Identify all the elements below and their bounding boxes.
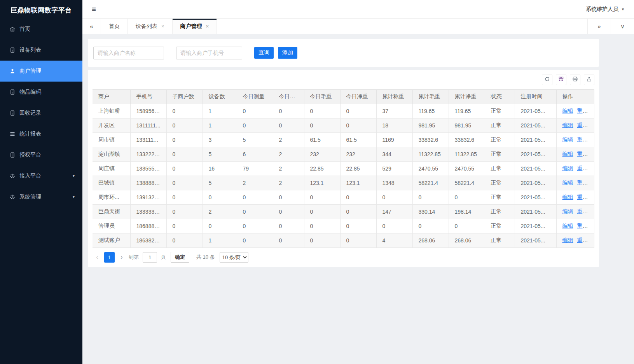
print-button[interactable] (570, 75, 580, 85)
table-cell: 0 (237, 118, 273, 133)
page-size-select[interactable]: 10 条/页 (220, 252, 248, 263)
collapse-menu-icon[interactable]: ≡ (92, 5, 96, 13)
table-body: 上海虹桥1589566...01000037119.65119.65正常2021… (93, 104, 594, 248)
doc-icon (9, 47, 16, 53)
merchant-table: 商户手机号子商户数设备数今日测量今日设...今日毛重今日净重累计称重累计毛重累计… (93, 89, 594, 248)
table-row: 管理员1868888...000000000正常2021-05...编辑重... (93, 219, 594, 233)
tabs-dropdown-icon[interactable]: ∨ (611, 19, 634, 34)
reset-link[interactable]: 重... (577, 223, 587, 229)
merchant-name-input[interactable] (93, 47, 164, 59)
page-next-icon[interactable]: › (117, 254, 126, 261)
table-cell: 2021-05... (515, 219, 556, 233)
actions-cell: 编辑重... (556, 176, 594, 190)
column-header: 今日设... (273, 90, 304, 104)
table-cell: 0 (273, 205, 304, 219)
table-row: 周市环...1391323...000000000正常2021-05...编辑重… (93, 190, 594, 205)
table-row: 巨鼎天衡1333333...020000147330.14198.14正常202… (93, 205, 594, 219)
caret-down-icon: ▼ (621, 7, 625, 11)
edit-link[interactable]: 编辑 (562, 151, 573, 157)
table-cell: 0 (376, 219, 412, 233)
sidebar-item-system-mgmt[interactable]: 系统管理▼ (0, 186, 82, 207)
table-cell: 上海虹桥 (93, 104, 130, 118)
edit-link[interactable]: 编辑 (562, 136, 573, 143)
add-button[interactable]: 添加 (278, 47, 297, 59)
table-cell: 0 (449, 219, 485, 233)
table-cell: 147 (376, 205, 412, 219)
table-cell: 1311111... (130, 118, 166, 133)
table-cell: 0 (166, 176, 203, 190)
sidebar: 巨鼎物联网数字平台 首页设备列表商户管理物品编码回收记录统计报表授权平台接入平台… (0, 0, 82, 364)
sidebar-item-home[interactable]: 首页 (0, 19, 82, 40)
tab-home[interactable]: 首页 (101, 19, 128, 34)
doc-icon (9, 152, 16, 158)
pagination: ‹ 1 › 到第 页 确定 共 10 条 10 条/页 (93, 248, 594, 263)
table-cell: 123.1 (340, 176, 376, 190)
table-cell: 2021-05... (515, 133, 556, 147)
page-number-button[interactable]: 1 (104, 252, 115, 263)
table-cell: 0 (304, 205, 340, 219)
merchant-phone-input[interactable] (176, 47, 242, 59)
edit-link[interactable]: 编辑 (562, 208, 573, 214)
sidebar-item-label: 统计报表 (19, 131, 41, 138)
table-cell: 16 (203, 162, 237, 176)
table-cell: 开发区 (93, 118, 130, 133)
reset-link[interactable]: 重... (577, 165, 587, 171)
tabs-scroll-right-icon[interactable]: » (587, 19, 611, 34)
export-button[interactable] (584, 75, 594, 85)
sidebar-item-label: 接入平台 (19, 172, 41, 179)
columns-button[interactable] (556, 75, 566, 85)
sidebar-item-label: 首页 (19, 26, 30, 33)
goto-confirm-button[interactable]: 确定 (171, 252, 189, 263)
table-cell: 1331111... (130, 133, 166, 147)
table-cell: 正常 (485, 190, 515, 205)
total-count-label: 共 10 条 (196, 254, 215, 261)
refresh-button[interactable] (542, 75, 552, 85)
tab-device-list[interactable]: 设备列表× (128, 19, 173, 34)
column-header: 设备数 (203, 90, 237, 104)
edit-link[interactable]: 编辑 (562, 223, 573, 229)
close-icon[interactable]: × (206, 23, 209, 29)
table-cell: 0 (340, 205, 376, 219)
edit-link[interactable]: 编辑 (562, 108, 573, 114)
close-icon[interactable]: × (161, 23, 164, 29)
tab-merchant-mgmt[interactable]: 商户管理× (173, 19, 217, 34)
column-header: 今日净重 (340, 90, 376, 104)
reset-link[interactable]: 重... (577, 108, 587, 114)
table-cell: 2021-05... (515, 176, 556, 190)
reset-link[interactable]: 重... (577, 122, 587, 128)
query-button[interactable]: 查询 (254, 47, 274, 59)
sidebar-item-label: 设备列表 (19, 47, 41, 54)
reset-link[interactable]: 重... (577, 136, 587, 143)
sidebar-item-device-list[interactable]: 设备列表 (0, 40, 82, 61)
sidebar-item-recycle-record[interactable]: 回收记录 (0, 103, 82, 124)
sidebar-item-stats-report[interactable]: 统计报表 (0, 124, 82, 145)
edit-link[interactable]: 编辑 (562, 179, 573, 186)
edit-link[interactable]: 编辑 (562, 237, 573, 243)
table-cell: 正常 (485, 233, 515, 248)
reset-link[interactable]: 重... (577, 208, 587, 214)
reset-link[interactable]: 重... (577, 237, 587, 243)
sidebar-item-auth-platform[interactable]: 授权平台 (0, 145, 82, 165)
table-cell: 测试账户 (93, 233, 130, 248)
user-menu[interactable]: 系统维护人员 ▼ (586, 6, 625, 13)
table-row: 上海虹桥1589566...01000037119.65119.65正常2021… (93, 104, 594, 118)
refresh-icon (544, 76, 550, 84)
goto-page-input[interactable] (143, 252, 157, 263)
edit-link[interactable]: 编辑 (562, 194, 573, 200)
table-cell: 0 (340, 233, 376, 248)
sidebar-item-item-code[interactable]: 物品编码 (0, 82, 82, 103)
table-cell: 232 (304, 147, 340, 162)
reset-link[interactable]: 重... (577, 179, 587, 186)
tabs-scroll-left-icon[interactable]: « (82, 19, 101, 34)
table-cell: 0 (273, 190, 304, 205)
table-cell: 123.1 (304, 176, 340, 190)
sidebar-item-merchant-mgmt[interactable]: 商户管理 (0, 61, 82, 82)
table-cell: 0 (166, 205, 203, 219)
sidebar-item-access-platform[interactable]: 接入平台▼ (0, 165, 82, 186)
reset-link[interactable]: 重... (577, 194, 587, 200)
edit-link[interactable]: 编辑 (562, 165, 573, 171)
reset-link[interactable]: 重... (577, 151, 587, 157)
table-cell: 1332222... (130, 147, 166, 162)
edit-link[interactable]: 编辑 (562, 122, 573, 128)
page-prev-icon[interactable]: ‹ (93, 254, 102, 261)
